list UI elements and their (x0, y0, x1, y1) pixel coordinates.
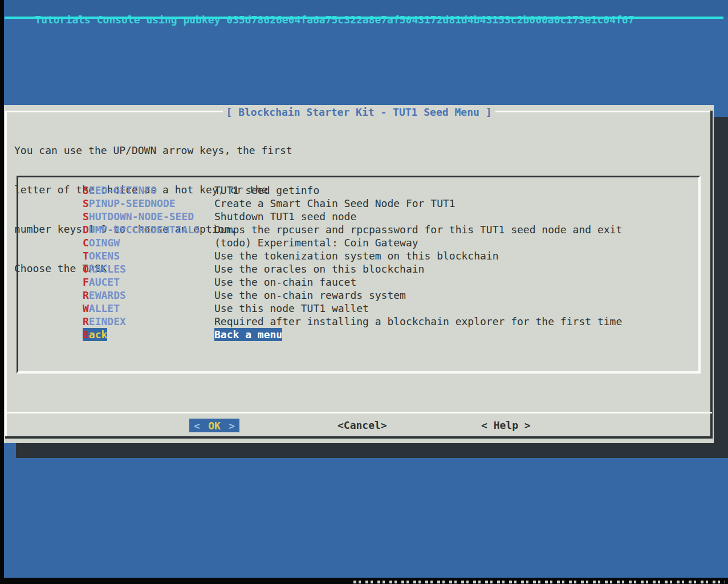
menu-item-name-rest: EWARDS (89, 289, 126, 301)
menu-item-row[interactable]: WALLET Use this node TUT1 wallet (18, 302, 698, 315)
menu-item-hotkey: S (83, 210, 89, 222)
instruction-line: You can use the UP/DOWN arrow keys, the … (14, 144, 292, 157)
menu-item-hotkey: B (83, 328, 89, 340)
menu-item-row[interactable]: DUMP-RPCCREDENTIALS Dumps the rpcuser an… (18, 223, 698, 236)
status-bar (0, 578, 728, 584)
menu-item-name[interactable]: SEED-GETINFO (83, 184, 157, 197)
menu-item-name-rest: ack (89, 328, 108, 340)
menu-item-name[interactable]: REINDEX (83, 315, 126, 328)
menu-item-name-rest: EED-GETINFO (89, 184, 157, 196)
menu-item-description[interactable]: Shutdown TUT1 seed node (214, 210, 356, 223)
terminal-left-margin (0, 0, 4, 584)
menu-item-hotkey: C (83, 237, 89, 249)
menu-item-name-rest: RACLES (89, 263, 126, 275)
menu-item-name[interactable]: DUMP-RPCCREDENTIALS (83, 223, 200, 236)
dialog-shadow-bottom (16, 443, 728, 458)
menu-item-row[interactable]: ORACLES Use the oracles on this blockcha… (18, 262, 698, 275)
menu-item-hotkey: W (83, 302, 89, 314)
cancel-button[interactable]: <Cancel> (337, 419, 387, 432)
menu-item-hotkey: T (83, 250, 89, 262)
menu-item-hotkey: D (83, 224, 89, 236)
terminal-title-text: Tutorials Console using pubkey 035d78626… (35, 14, 634, 26)
menu-item-row[interactable]: REWARDS Use the on-chain rewards system (18, 289, 698, 302)
menu-item-name[interactable]: FAUCET (83, 275, 120, 289)
menu-item-row[interactable]: REINDEX Required after installing a bloc… (18, 315, 698, 328)
menu-item-name-rest: HUTDOWN-NODE-SEED (89, 210, 194, 222)
menu-item-description[interactable]: (todo) Experimental: Coin Gateway (214, 236, 418, 249)
menu-item-description[interactable]: Use the tokenization system on this bloc… (214, 249, 499, 262)
ok-button[interactable]: < OK > (189, 419, 239, 432)
dialog-border-left (5, 111, 7, 438)
menu-dialog: [ Blockchain Starter Kit - TUT1 Seed Men… (4, 105, 714, 443)
menu-item-hotkey: R (83, 315, 89, 327)
menu-item-name-rest: AUCET (89, 276, 120, 288)
terminal-title-bar: Tutorials Console using pubkey 035d78626… (4, 0, 728, 17)
help-button[interactable]: < Help > (481, 419, 531, 432)
menu-item-description[interactable]: Required after installing a blockchain e… (214, 315, 622, 328)
menu-item-name-rest: EINDEX (89, 315, 126, 327)
dialog-border-right (710, 111, 713, 438)
status-bar-truncated-text (353, 581, 725, 583)
menu-list-box: SEED-GETINFO TUT1 seed getinfo SPINUP-SE… (17, 176, 701, 374)
menu-item-row[interactable]: SEED-GETINFO TUT1 seed getinfo (18, 184, 698, 197)
menu-item-hotkey: O (83, 263, 89, 275)
dialog-shadow-right (714, 117, 728, 458)
menu-item-name[interactable]: WALLET (83, 302, 120, 315)
menu-rows: SEED-GETINFO TUT1 seed getinfo SPINUP-SE… (18, 184, 698, 341)
menu-item-row[interactable]: FAUCET Use the on-chain faucet (18, 275, 698, 289)
menu-item-name-rest: OKENS (89, 250, 120, 262)
button-separator-rule (6, 412, 712, 413)
menu-item-name[interactable]: TOKENS (83, 249, 120, 262)
menu-item-row[interactable]: SHUTDOWN-NODE-SEED Shutdown TUT1 seed no… (18, 210, 698, 223)
menu-item-name-rest: UMP-RPCCREDENTIALS (89, 224, 200, 236)
menu-item-name[interactable]: ORACLES (83, 262, 126, 275)
menu-item-description[interactable]: Use this node TUT1 wallet (214, 302, 369, 315)
menu-item-name-rest: OINGW (89, 237, 120, 249)
title-underline-rule (5, 17, 723, 19)
dialog-title-text: [ Blockchain Starter Kit - TUT1 Seed Men… (223, 106, 495, 118)
menu-item-row[interactable]: SPINUP-SEEDNODE Create a Smart Chain See… (18, 197, 698, 210)
menu-item-name[interactable]: COINGW (83, 236, 120, 249)
menu-item-description[interactable]: Dumps the rpcuser and rpcpassword for th… (214, 223, 622, 236)
menu-item-name[interactable]: REWARDS (83, 289, 126, 302)
ok-left-bracket: < (194, 419, 200, 432)
menu-item-description[interactable]: TUT1 seed getinfo (214, 184, 319, 197)
ok-button-label: OK (208, 419, 221, 432)
menu-item-row[interactable]: TOKENS Use the tokenization system on th… (18, 249, 698, 262)
menu-item-description[interactable]: Use the oracles on this blockchain (214, 262, 424, 275)
menu-item-name-rest: PINUP-SEEDNODE (89, 197, 176, 209)
menu-item-name[interactable]: SHUTDOWN-NODE-SEED (83, 210, 194, 223)
menu-item-description[interactable]: Create a Smart Chain Seed Node For TUT1 (214, 197, 455, 210)
menu-item-hotkey: S (83, 197, 89, 209)
menu-item-hotkey: R (83, 289, 89, 301)
menu-item-row[interactable]: Back Back a menu (18, 328, 698, 341)
menu-item-description[interactable]: Use the on-chain rewards system (214, 289, 406, 302)
menu-item-row[interactable]: COINGW (todo) Experimental: Coin Gateway (18, 236, 698, 249)
menu-item-name[interactable]: Back (83, 328, 107, 341)
menu-item-description[interactable]: Use the on-chain faucet (214, 275, 356, 289)
dialog-title: [ Blockchain Starter Kit - TUT1 Seed Men… (4, 106, 714, 119)
menu-item-name[interactable]: SPINUP-SEEDNODE (83, 197, 176, 210)
menu-item-hotkey: F (83, 276, 89, 288)
menu-item-name-rest: ALLET (89, 302, 120, 314)
terminal-screen: Tutorials Console using pubkey 035d78626… (0, 0, 728, 584)
dialog-border-bottom (5, 436, 713, 439)
menu-item-description[interactable]: Back a menu (214, 328, 282, 341)
menu-item-hotkey: S (83, 184, 89, 196)
ok-right-bracket: > (229, 419, 235, 432)
